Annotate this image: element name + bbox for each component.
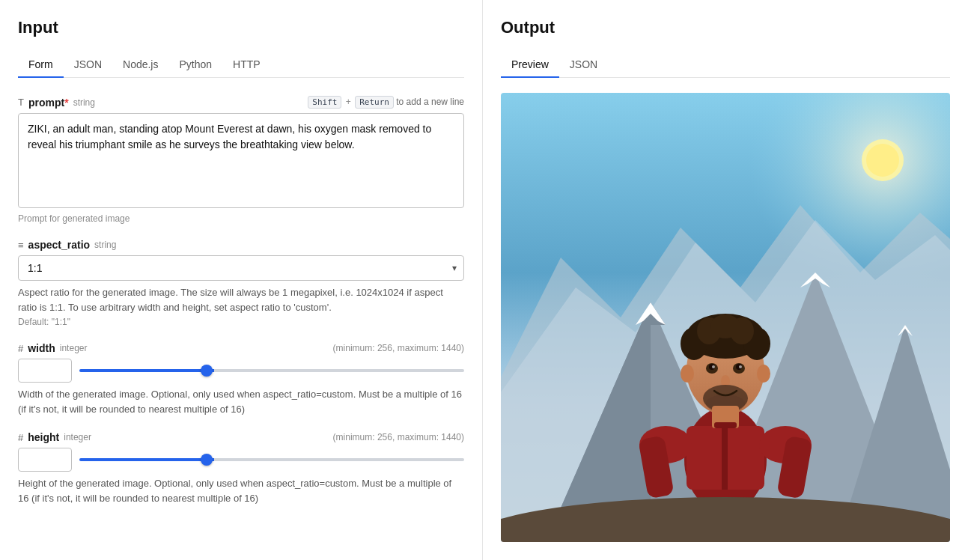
svg-point-22 (710, 314, 740, 338)
width-slider[interactable] (79, 369, 464, 372)
svg-point-27 (712, 365, 715, 368)
prompt-required: * (64, 97, 68, 109)
tab-python[interactable]: Python (168, 52, 222, 78)
prompt-textarea[interactable]: ZIKI, an adult man, standing atop Mount … (18, 113, 464, 208)
height-label-left: # height integer (18, 431, 91, 443)
height-description: Height of the generated image. Optional,… (18, 476, 464, 505)
aspect-ratio-field-type: string (94, 240, 116, 250)
svg-rect-39 (714, 422, 737, 428)
output-panel: Output Preview JSON (483, 0, 968, 560)
width-icon: # (18, 343, 23, 354)
width-section: # width integer (minimum: 256, maximum: … (18, 342, 464, 416)
width-input-row (18, 359, 464, 383)
svg-point-33 (757, 365, 770, 383)
width-range-label: (minimum: 256, maximum: 1440) (333, 343, 464, 353)
aspect-ratio-default: Default: "1:1" (18, 317, 464, 327)
aspect-ratio-icon: ≡ (18, 240, 24, 251)
tab-output-json[interactable]: JSON (559, 52, 608, 78)
svg-point-32 (681, 365, 694, 383)
height-slider[interactable] (79, 458, 464, 461)
output-title: Output (501, 18, 950, 37)
width-description: Width of the generated image. Optional, … (18, 387, 464, 416)
height-icon: # (18, 432, 23, 443)
aspect-ratio-label-left: ≡ aspect_ratio string (18, 239, 116, 251)
width-label-row: # width integer (minimum: 256, maximum: … (18, 342, 464, 354)
prompt-hint: Prompt for generated image (18, 213, 464, 224)
prompt-section: T prompt* string Shift + Return to add a… (18, 96, 464, 224)
svg-point-3 (866, 144, 899, 177)
tab-nodejs[interactable]: Node.js (112, 52, 168, 78)
width-input[interactable] (18, 359, 72, 383)
output-image (501, 93, 950, 542)
svg-rect-15 (722, 426, 728, 490)
prompt-label-left: T prompt* string (18, 97, 95, 109)
prompt-field-name: prompt* (28, 97, 69, 109)
height-input-row (18, 448, 464, 472)
height-field-name: height (28, 431, 59, 443)
aspect-ratio-select-wrapper: 1:1 16:9 9:16 4:3 3:4 custom ▾ (18, 255, 464, 281)
output-image-container (501, 93, 950, 542)
input-tabs: Form JSON Node.js Python HTTP (18, 52, 464, 78)
tab-json[interactable]: JSON (64, 52, 112, 78)
aspect-ratio-section: ≡ aspect_ratio string 1:1 16:9 9:16 4:3 … (18, 239, 464, 327)
plus-sign: + (346, 97, 351, 107)
prompt-shortcut: Shift + Return to add a new line (308, 96, 464, 109)
prompt-label-row: T prompt* string Shift + Return to add a… (18, 96, 464, 109)
aspect-ratio-description: Aspect ratio for the generated image. Th… (18, 285, 464, 314)
width-field-name: width (28, 342, 55, 354)
prompt-type-icon: T (18, 97, 24, 108)
tab-form[interactable]: Form (18, 52, 64, 78)
tab-preview[interactable]: Preview (501, 52, 559, 78)
height-section: # height integer (minimum: 256, maximum:… (18, 431, 464, 505)
svg-point-28 (739, 365, 742, 368)
height-range-label: (minimum: 256, maximum: 1440) (333, 432, 464, 442)
shortcut-suffix: to add a new line (396, 97, 464, 107)
height-input[interactable] (18, 448, 72, 472)
height-field-type: integer (64, 432, 91, 442)
return-key: Return (355, 96, 394, 109)
height-label-row: # height integer (minimum: 256, maximum:… (18, 431, 464, 443)
input-panel: Input Form JSON Node.js Python HTTP T pr… (0, 0, 483, 560)
aspect-ratio-label-row: ≡ aspect_ratio string (18, 239, 464, 251)
aspect-ratio-select[interactable]: 1:1 16:9 9:16 4:3 3:4 custom (18, 255, 464, 281)
tab-http[interactable]: HTTP (222, 52, 271, 78)
shift-key: Shift (308, 96, 341, 109)
width-label-left: # width integer (18, 342, 87, 354)
aspect-ratio-field-name: aspect_ratio (28, 239, 90, 251)
width-field-type: integer (60, 343, 88, 353)
prompt-field-type: string (73, 97, 95, 108)
output-tabs: Preview JSON (501, 52, 950, 78)
input-title: Input (18, 18, 464, 37)
